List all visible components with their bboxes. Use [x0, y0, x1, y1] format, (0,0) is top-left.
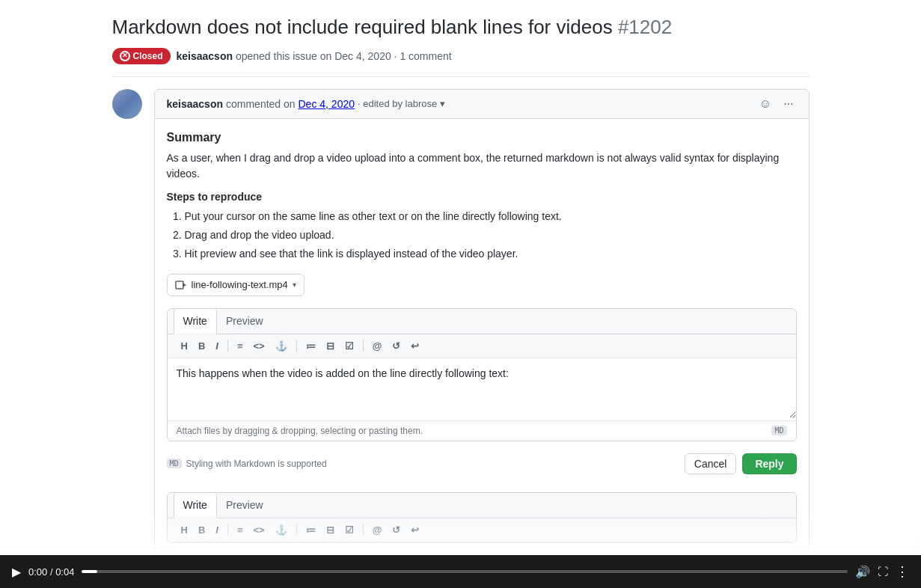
comment-date-link[interactable]: Dec 4, 2020 — [299, 98, 355, 110]
undo2-button[interactable]: ↩ — [406, 523, 423, 537]
ref2-button[interactable]: ↺ — [388, 523, 405, 537]
list-item: Hit preview and see that the link is dis… — [185, 246, 797, 262]
italic-button[interactable]: I — [211, 339, 223, 353]
markdown-badge: MD — [167, 459, 182, 468]
b2-bold-button[interactable]: B — [194, 523, 209, 537]
volume-button[interactable]: 🔊 — [855, 565, 870, 579]
undo-button[interactable]: ↩ — [406, 339, 423, 353]
play-button[interactable]: ▶ — [12, 565, 21, 579]
toolbar-separator-2 — [296, 340, 297, 352]
issue-meta: ✕ Closed keisaacson opened this issue on… — [112, 48, 810, 77]
heading-button[interactable]: H — [177, 339, 192, 353]
second-tab-preview[interactable]: Preview — [217, 493, 272, 518]
video-icon — [175, 279, 187, 291]
list-item: Put your cursor on the same line as othe… — [185, 209, 797, 224]
closed-icon: ✕ — [120, 51, 130, 61]
comment-box: keisaacson commented on Dec 4, 2020 · ed… — [154, 89, 810, 562]
svg-rect-0 — [176, 281, 183, 289]
editor-footer-bar: Attach files by dragging & dropping, sel… — [168, 420, 796, 441]
editor-link[interactable]: labrose — [406, 98, 438, 109]
status-badge: ✕ Closed — [112, 48, 171, 64]
i2-italic-button[interactable]: I — [211, 523, 223, 537]
second-reply-editor: Write Preview H B I ≡ <> ⚓ — [167, 492, 797, 543]
avatar — [112, 89, 142, 119]
video-player-bar: ▶ 0:00 / 0:04 🔊 ⛶ ⋮ — [0, 555, 921, 588]
editor-textarea-wrapper: This happens when the video is added on … — [168, 358, 796, 420]
attachment-name: line-following-text.mp4 — [192, 279, 288, 290]
issue-meta-text: keisaacson opened this issue on Dec 4, 2… — [177, 50, 452, 62]
progress-bar-fill — [82, 570, 97, 573]
markdown-hint: Styling with Markdown is supported — [186, 459, 327, 469]
reply-button[interactable]: Reply — [742, 453, 796, 474]
issue-number: #1202 — [618, 16, 672, 38]
c2-code-button[interactable]: <> — [249, 523, 269, 537]
list-item: Drag and drop the video upload. — [185, 227, 797, 243]
summary-text: As a user, when I drag and drop a video … — [167, 150, 797, 182]
svg-marker-1 — [183, 283, 186, 287]
toolbar-separator — [227, 340, 228, 352]
steps-list: Put your cursor on the same line as othe… — [167, 209, 797, 262]
more-video-button[interactable]: ⋮ — [896, 563, 909, 580]
progress-bar-track[interactable] — [82, 570, 848, 573]
link-button[interactable]: ⚓ — [271, 339, 292, 353]
task-list-button[interactable]: ☑ — [340, 339, 358, 353]
reference-button[interactable]: ↺ — [388, 339, 405, 353]
comment-timestamp: commented on Dec 4, 2020 — [226, 98, 355, 110]
code-button[interactable]: <> — [249, 339, 269, 353]
cancel-button[interactable]: Cancel — [685, 453, 737, 474]
comment-thread: keisaacson commented on Dec 4, 2020 · ed… — [112, 89, 810, 562]
ordered-list-button[interactable]: ⊟ — [322, 339, 339, 353]
attach-hint: Attach files by dragging & dropping, sel… — [177, 426, 423, 436]
markdown-icon: MD — [771, 426, 786, 435]
second-editor-toolbar: H B I ≡ <> ⚓ ≔ ⊟ ☑ — [168, 518, 796, 542]
h2-heading-button[interactable]: H — [177, 523, 192, 537]
mention-button[interactable]: @ — [368, 339, 387, 353]
ol2-button[interactable]: ⊟ — [322, 523, 339, 537]
comment-body: Summary As a user, when I drag and drop … — [155, 119, 809, 561]
emoji-button[interactable]: ☺ — [756, 96, 774, 112]
summary-heading: Summary — [167, 131, 797, 144]
attachment-pill[interactable]: line-following-text.mp4 ▾ — [167, 274, 305, 296]
unordered-list-button[interactable]: ≔ — [302, 339, 320, 353]
issue-title: Markdown does not include required blank… — [112, 15, 810, 40]
time-display: 0:00 / 0:04 — [28, 566, 74, 578]
comment-author: keisaacson — [167, 98, 224, 110]
tab-write[interactable]: Write — [174, 309, 217, 334]
steps-heading: Steps to reproduce — [167, 191, 797, 203]
l2-link-button[interactable]: ⚓ — [271, 523, 292, 537]
tab-preview[interactable]: Preview — [217, 309, 272, 334]
tl2-button[interactable]: ☑ — [340, 523, 358, 537]
editor-actions: MD Styling with Markdown is supported Ca… — [167, 447, 797, 480]
q2-quote-button[interactable]: ≡ — [233, 523, 248, 537]
author-link[interactable]: keisaacson — [177, 50, 233, 62]
second-tab-write[interactable]: Write — [174, 493, 217, 518]
editor-toolbar: H B I ≡ <> ⚓ ≔ ⊟ ☑ @ — [168, 334, 796, 358]
reply-editor: Write Preview H B I ≡ <> ⚓ ≔ — [167, 308, 797, 441]
comment-edited: · edited by labrose ▾ — [358, 98, 445, 109]
editor-tabs: Write Preview — [168, 309, 796, 334]
bold-button[interactable]: B — [194, 339, 209, 353]
comment-wrapper: keisaacson commented on Dec 4, 2020 · ed… — [112, 89, 810, 562]
second-editor-tabs: Write Preview — [168, 493, 796, 518]
comment-header: keisaacson commented on Dec 4, 2020 · ed… — [155, 90, 809, 119]
more-options-button[interactable]: ··· — [780, 96, 796, 112]
second-editor-wrapper: Write Preview H B I ≡ <> ⚓ — [167, 492, 797, 543]
quote-button[interactable]: ≡ — [233, 339, 248, 353]
chevron-down-icon: ▾ — [293, 281, 296, 289]
toolbar-separator-3 — [363, 340, 364, 352]
fullscreen-button[interactable]: ⛶ — [878, 566, 888, 578]
ul2-button[interactable]: ≔ — [302, 523, 320, 537]
at2-button[interactable]: @ — [368, 523, 387, 537]
editor-textarea[interactable]: This happens when the video is added on … — [168, 358, 796, 418]
